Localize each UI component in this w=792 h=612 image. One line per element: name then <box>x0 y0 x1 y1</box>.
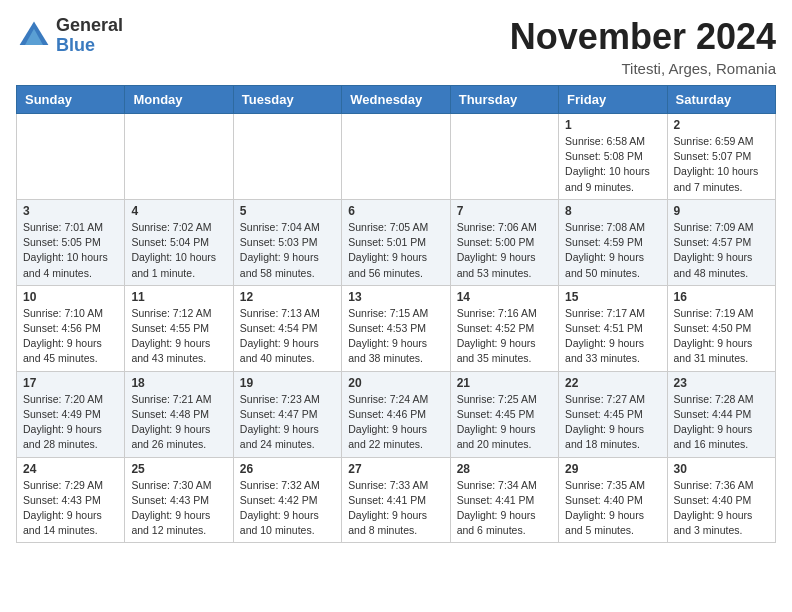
calendar-cell: 30Sunrise: 7:36 AM Sunset: 4:40 PM Dayli… <box>667 457 775 543</box>
day-number: 24 <box>23 462 118 476</box>
logo: General Blue <box>16 16 123 56</box>
day-number: 14 <box>457 290 552 304</box>
logo-line1: General <box>56 16 123 36</box>
calendar-cell: 15Sunrise: 7:17 AM Sunset: 4:51 PM Dayli… <box>559 285 667 371</box>
calendar-cell: 16Sunrise: 7:19 AM Sunset: 4:50 PM Dayli… <box>667 285 775 371</box>
calendar-cell: 11Sunrise: 7:12 AM Sunset: 4:55 PM Dayli… <box>125 285 233 371</box>
calendar-week-1: 3Sunrise: 7:01 AM Sunset: 5:05 PM Daylig… <box>17 199 776 285</box>
day-number: 13 <box>348 290 443 304</box>
day-info: Sunrise: 7:13 AM Sunset: 4:54 PM Dayligh… <box>240 306 335 367</box>
page-header: General Blue November 2024 Titesti, Arge… <box>16 16 776 77</box>
day-info: Sunrise: 6:59 AM Sunset: 5:07 PM Dayligh… <box>674 134 769 195</box>
day-number: 21 <box>457 376 552 390</box>
day-number: 15 <box>565 290 660 304</box>
day-info: Sunrise: 7:24 AM Sunset: 4:46 PM Dayligh… <box>348 392 443 453</box>
day-number: 11 <box>131 290 226 304</box>
calendar-cell: 28Sunrise: 7:34 AM Sunset: 4:41 PM Dayli… <box>450 457 558 543</box>
weekday-header-row: SundayMondayTuesdayWednesdayThursdayFrid… <box>17 86 776 114</box>
calendar-cell: 24Sunrise: 7:29 AM Sunset: 4:43 PM Dayli… <box>17 457 125 543</box>
calendar-cell: 19Sunrise: 7:23 AM Sunset: 4:47 PM Dayli… <box>233 371 341 457</box>
logo-icon <box>16 18 52 54</box>
day-number: 27 <box>348 462 443 476</box>
weekday-header-sunday: Sunday <box>17 86 125 114</box>
day-info: Sunrise: 7:12 AM Sunset: 4:55 PM Dayligh… <box>131 306 226 367</box>
day-info: Sunrise: 7:04 AM Sunset: 5:03 PM Dayligh… <box>240 220 335 281</box>
day-info: Sunrise: 7:35 AM Sunset: 4:40 PM Dayligh… <box>565 478 660 539</box>
calendar-cell <box>17 114 125 200</box>
calendar-cell: 6Sunrise: 7:05 AM Sunset: 5:01 PM Daylig… <box>342 199 450 285</box>
day-info: Sunrise: 7:30 AM Sunset: 4:43 PM Dayligh… <box>131 478 226 539</box>
weekday-header-thursday: Thursday <box>450 86 558 114</box>
day-info: Sunrise: 7:25 AM Sunset: 4:45 PM Dayligh… <box>457 392 552 453</box>
day-number: 29 <box>565 462 660 476</box>
day-info: Sunrise: 7:09 AM Sunset: 4:57 PM Dayligh… <box>674 220 769 281</box>
calendar-cell: 5Sunrise: 7:04 AM Sunset: 5:03 PM Daylig… <box>233 199 341 285</box>
calendar-cell: 1Sunrise: 6:58 AM Sunset: 5:08 PM Daylig… <box>559 114 667 200</box>
weekday-header-monday: Monday <box>125 86 233 114</box>
day-number: 26 <box>240 462 335 476</box>
day-number: 6 <box>348 204 443 218</box>
day-number: 5 <box>240 204 335 218</box>
calendar-table: SundayMondayTuesdayWednesdayThursdayFrid… <box>16 85 776 543</box>
calendar-cell: 20Sunrise: 7:24 AM Sunset: 4:46 PM Dayli… <box>342 371 450 457</box>
day-info: Sunrise: 7:16 AM Sunset: 4:52 PM Dayligh… <box>457 306 552 367</box>
weekday-header-saturday: Saturday <box>667 86 775 114</box>
day-info: Sunrise: 7:23 AM Sunset: 4:47 PM Dayligh… <box>240 392 335 453</box>
weekday-header-wednesday: Wednesday <box>342 86 450 114</box>
day-number: 7 <box>457 204 552 218</box>
day-number: 16 <box>674 290 769 304</box>
day-number: 19 <box>240 376 335 390</box>
day-number: 22 <box>565 376 660 390</box>
calendar-cell: 17Sunrise: 7:20 AM Sunset: 4:49 PM Dayli… <box>17 371 125 457</box>
location: Titesti, Arges, Romania <box>510 60 776 77</box>
calendar-cell: 14Sunrise: 7:16 AM Sunset: 4:52 PM Dayli… <box>450 285 558 371</box>
day-number: 1 <box>565 118 660 132</box>
day-number: 3 <box>23 204 118 218</box>
calendar-cell: 3Sunrise: 7:01 AM Sunset: 5:05 PM Daylig… <box>17 199 125 285</box>
logo-text: General Blue <box>56 16 123 56</box>
calendar-cell: 2Sunrise: 6:59 AM Sunset: 5:07 PM Daylig… <box>667 114 775 200</box>
day-number: 12 <box>240 290 335 304</box>
day-info: Sunrise: 7:33 AM Sunset: 4:41 PM Dayligh… <box>348 478 443 539</box>
calendar-cell: 13Sunrise: 7:15 AM Sunset: 4:53 PM Dayli… <box>342 285 450 371</box>
calendar-week-0: 1Sunrise: 6:58 AM Sunset: 5:08 PM Daylig… <box>17 114 776 200</box>
day-info: Sunrise: 7:10 AM Sunset: 4:56 PM Dayligh… <box>23 306 118 367</box>
day-info: Sunrise: 6:58 AM Sunset: 5:08 PM Dayligh… <box>565 134 660 195</box>
logo-line2: Blue <box>56 36 123 56</box>
calendar-cell: 12Sunrise: 7:13 AM Sunset: 4:54 PM Dayli… <box>233 285 341 371</box>
day-number: 20 <box>348 376 443 390</box>
calendar-cell: 26Sunrise: 7:32 AM Sunset: 4:42 PM Dayli… <box>233 457 341 543</box>
day-info: Sunrise: 7:36 AM Sunset: 4:40 PM Dayligh… <box>674 478 769 539</box>
day-number: 25 <box>131 462 226 476</box>
day-number: 17 <box>23 376 118 390</box>
calendar-week-3: 17Sunrise: 7:20 AM Sunset: 4:49 PM Dayli… <box>17 371 776 457</box>
title-block: November 2024 Titesti, Arges, Romania <box>510 16 776 77</box>
calendar-cell: 21Sunrise: 7:25 AM Sunset: 4:45 PM Dayli… <box>450 371 558 457</box>
day-number: 9 <box>674 204 769 218</box>
calendar-cell: 29Sunrise: 7:35 AM Sunset: 4:40 PM Dayli… <box>559 457 667 543</box>
day-number: 18 <box>131 376 226 390</box>
calendar-cell <box>342 114 450 200</box>
day-info: Sunrise: 7:20 AM Sunset: 4:49 PM Dayligh… <box>23 392 118 453</box>
day-number: 10 <box>23 290 118 304</box>
day-number: 28 <box>457 462 552 476</box>
day-info: Sunrise: 7:01 AM Sunset: 5:05 PM Dayligh… <box>23 220 118 281</box>
day-info: Sunrise: 7:06 AM Sunset: 5:00 PM Dayligh… <box>457 220 552 281</box>
day-info: Sunrise: 7:34 AM Sunset: 4:41 PM Dayligh… <box>457 478 552 539</box>
calendar-cell: 22Sunrise: 7:27 AM Sunset: 4:45 PM Dayli… <box>559 371 667 457</box>
day-info: Sunrise: 7:32 AM Sunset: 4:42 PM Dayligh… <box>240 478 335 539</box>
day-info: Sunrise: 7:08 AM Sunset: 4:59 PM Dayligh… <box>565 220 660 281</box>
day-info: Sunrise: 7:19 AM Sunset: 4:50 PM Dayligh… <box>674 306 769 367</box>
day-info: Sunrise: 7:17 AM Sunset: 4:51 PM Dayligh… <box>565 306 660 367</box>
calendar-week-2: 10Sunrise: 7:10 AM Sunset: 4:56 PM Dayli… <box>17 285 776 371</box>
day-number: 23 <box>674 376 769 390</box>
day-info: Sunrise: 7:05 AM Sunset: 5:01 PM Dayligh… <box>348 220 443 281</box>
day-info: Sunrise: 7:21 AM Sunset: 4:48 PM Dayligh… <box>131 392 226 453</box>
calendar-cell: 9Sunrise: 7:09 AM Sunset: 4:57 PM Daylig… <box>667 199 775 285</box>
calendar-cell <box>233 114 341 200</box>
day-number: 30 <box>674 462 769 476</box>
calendar-cell: 25Sunrise: 7:30 AM Sunset: 4:43 PM Dayli… <box>125 457 233 543</box>
calendar-week-4: 24Sunrise: 7:29 AM Sunset: 4:43 PM Dayli… <box>17 457 776 543</box>
calendar-cell <box>125 114 233 200</box>
calendar-cell: 27Sunrise: 7:33 AM Sunset: 4:41 PM Dayli… <box>342 457 450 543</box>
